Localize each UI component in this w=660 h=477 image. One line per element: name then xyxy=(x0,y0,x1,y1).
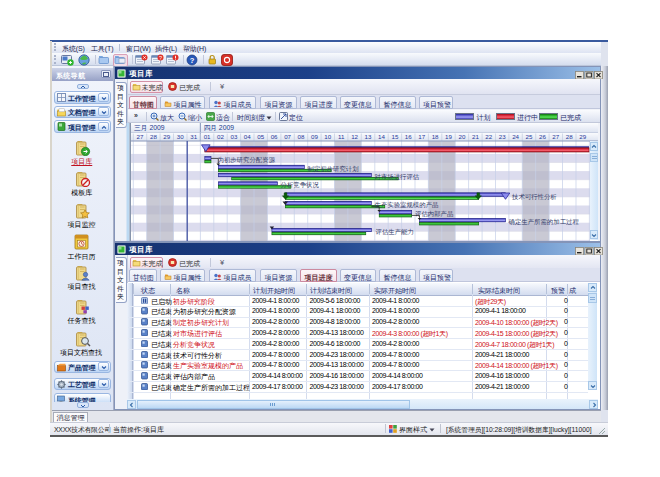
svg-text:28: 28 xyxy=(150,133,157,140)
svg-text:25: 25 xyxy=(526,133,533,140)
svg-text:03: 03 xyxy=(230,133,237,140)
svg-text:24: 24 xyxy=(512,133,519,140)
svg-text:06: 06 xyxy=(271,133,278,140)
svg-text:生产实验室规模的产品: 生产实验室规模的产品 xyxy=(375,201,439,209)
svg-text:为初步研究分配资源: 为初步研究分配资源 xyxy=(218,156,276,164)
svg-text:11: 11 xyxy=(338,133,345,140)
svg-text:02: 02 xyxy=(217,133,224,140)
svg-text:20: 20 xyxy=(458,133,465,140)
svg-text:分析竞争状况: 分析竞争状况 xyxy=(281,181,320,189)
svg-text:23: 23 xyxy=(499,133,506,140)
svg-text:14: 14 xyxy=(378,133,385,140)
svg-text:21: 21 xyxy=(472,133,479,140)
svg-text:05: 05 xyxy=(257,133,264,140)
svg-text:18: 18 xyxy=(432,133,439,140)
svg-text:三月 2009: 三月 2009 xyxy=(134,124,165,132)
svg-text:10: 10 xyxy=(324,133,331,140)
svg-text:29: 29 xyxy=(579,133,586,140)
svg-text:31: 31 xyxy=(190,133,197,140)
svg-text:?: ? xyxy=(190,56,195,65)
svg-text:29: 29 xyxy=(163,133,170,140)
svg-text:12: 12 xyxy=(351,133,358,140)
svg-text:评估内部产品: 评估内部产品 xyxy=(415,210,453,218)
svg-text:28: 28 xyxy=(566,133,573,140)
svg-text:04: 04 xyxy=(244,133,251,140)
svg-text:26: 26 xyxy=(539,133,546,140)
svg-text:07: 07 xyxy=(284,133,291,140)
svg-text:30: 30 xyxy=(177,133,184,140)
svg-text:19: 19 xyxy=(445,133,452,140)
svg-text:09: 09 xyxy=(311,133,318,140)
svg-text:01: 01 xyxy=(204,133,211,140)
svg-text:16: 16 xyxy=(405,133,412,140)
svg-text:四月 2009: 四月 2009 xyxy=(203,124,234,132)
svg-text:技术可行性分析: 技术可行性分析 xyxy=(511,193,557,200)
svg-text:22: 22 xyxy=(485,133,492,140)
svg-text:?: ? xyxy=(159,55,162,61)
svg-text:制定初步研究计划: 制定初步研究计划 xyxy=(308,165,359,173)
svg-text:15: 15 xyxy=(391,133,398,140)
svg-text:17: 17 xyxy=(418,133,425,140)
svg-text:27: 27 xyxy=(552,133,559,140)
svg-text:13: 13 xyxy=(365,133,372,140)
svg-text:确定生产所需的加工过程: 确定生产所需的加工过程 xyxy=(509,218,580,226)
svg-text:08: 08 xyxy=(298,133,305,140)
svg-text:27: 27 xyxy=(137,133,144,140)
svg-text:对市场进行评估: 对市场进行评估 xyxy=(374,173,420,181)
svg-text:评估生产能力: 评估生产能力 xyxy=(376,228,414,236)
